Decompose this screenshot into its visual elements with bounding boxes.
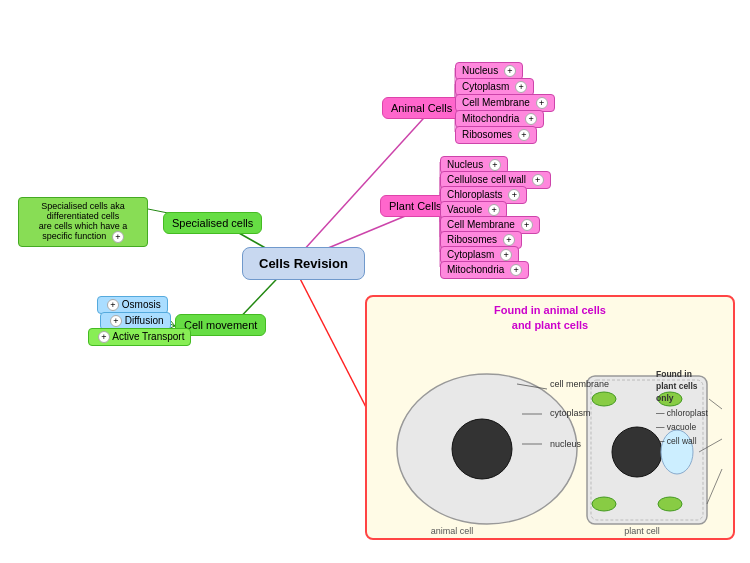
- found-plant-only-label: Found inplant cellsonly: [656, 369, 731, 405]
- active-expand[interactable]: +: [98, 331, 110, 343]
- svg-point-8: [658, 497, 682, 511]
- cell-wall-label: — cell wall: [656, 436, 731, 448]
- vacuole-label: — vacuole: [656, 422, 731, 434]
- svg-text:nucleus: nucleus: [550, 439, 582, 449]
- plant-mitochondria[interactable]: Mitochondria +: [440, 261, 529, 279]
- plant-chloro-expand[interactable]: +: [508, 189, 520, 201]
- specialised-cells-label: Specialised cells: [172, 217, 253, 229]
- nucleus-expand[interactable]: +: [504, 65, 516, 77]
- svg-point-4: [612, 427, 662, 477]
- cell-movement-label: Cell movement: [184, 319, 257, 331]
- svg-point-5: [592, 392, 616, 406]
- specialised-cells-info: Specialised cells aka differentiated cel…: [18, 197, 148, 247]
- animal-cells-node[interactable]: Animal Cells: [382, 97, 461, 119]
- active-transport[interactable]: + Active Transport: [88, 328, 191, 346]
- specialised-cells-node[interactable]: Specialised cells: [163, 212, 262, 234]
- diagram-inner: cell membrane cytoplasm nucleus animal c…: [367, 334, 733, 540]
- plant-cyto-expand[interactable]: +: [500, 249, 512, 261]
- cell-membrane-expand[interactable]: +: [536, 97, 548, 109]
- plant-cellulose-expand[interactable]: +: [532, 174, 544, 186]
- animal-ribosomes[interactable]: Ribosomes +: [455, 126, 537, 144]
- plant-membrane-expand[interactable]: +: [521, 219, 533, 231]
- svg-text:plant cell: plant cell: [624, 526, 660, 536]
- svg-text:animal cell: animal cell: [431, 526, 474, 536]
- ribosomes-expand[interactable]: +: [518, 129, 530, 141]
- center-label: Cells Revision: [259, 256, 348, 271]
- plant-mito-expand[interactable]: +: [510, 264, 522, 276]
- plant-nucleus-expand[interactable]: +: [489, 159, 501, 171]
- cell-diagram-box: Found in animal cells and plant cells: [365, 295, 735, 540]
- mitochondria-expand[interactable]: +: [525, 113, 537, 125]
- plant-ribo-expand[interactable]: +: [503, 234, 515, 246]
- diagram-title: Found in animal cells and plant cells: [367, 303, 733, 334]
- svg-point-1: [452, 419, 512, 479]
- center-node[interactable]: Cells Revision: [242, 247, 365, 280]
- svg-line-21: [707, 469, 722, 504]
- diffusion-expand[interactable]: +: [110, 315, 122, 327]
- svg-text:cytoplasm: cytoplasm: [550, 408, 591, 418]
- cytoplasm-expand[interactable]: +: [515, 81, 527, 93]
- chloroplast-label: — chloroplast: [656, 408, 731, 420]
- specialised-info-expand[interactable]: +: [112, 231, 124, 243]
- animal-cells-label: Animal Cells: [391, 102, 452, 114]
- plant-cells-label: Plant Cells: [389, 200, 442, 212]
- plant-vacuole-expand[interactable]: +: [488, 204, 500, 216]
- osmosis-expand[interactable]: +: [107, 299, 119, 311]
- svg-text:cell membrane: cell membrane: [550, 379, 609, 389]
- svg-point-7: [592, 497, 616, 511]
